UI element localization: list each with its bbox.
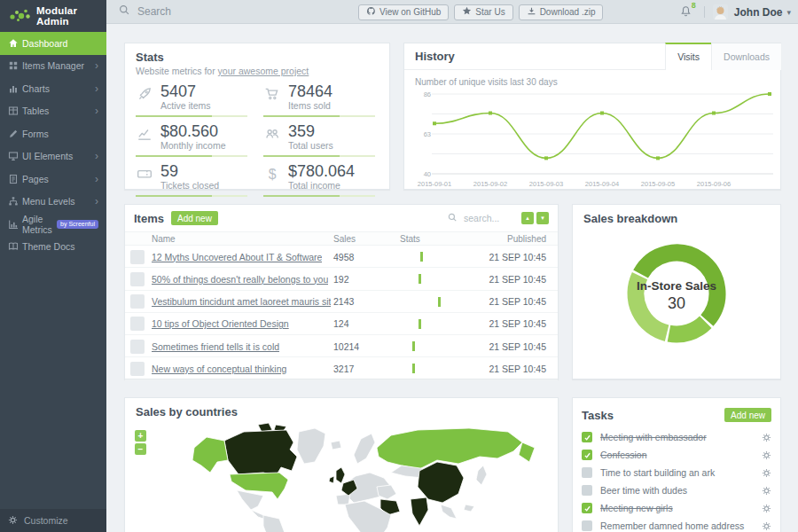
table-row: 10 tips of Object Oriented Design 124 21… [125, 313, 558, 335]
app-logo[interactable]: Modular Admin [0, 0, 106, 32]
task-checkbox[interactable] [582, 520, 592, 531]
page-icon [8, 174, 22, 184]
items-search-input[interactable] [462, 212, 519, 224]
sidebar-item-menu-levels[interactable]: Menu Levels › [0, 191, 106, 214]
task-checkbox[interactable] [582, 467, 592, 478]
stat-active-items: 5407 Active items [136, 82, 251, 117]
donut-segment-value: 30 [599, 293, 754, 313]
stat-underline [136, 155, 247, 157]
sidebar-item-dashboard[interactable]: Dashboard [0, 32, 106, 55]
task-settings-button[interactable] [762, 433, 771, 442]
item-name-link[interactable]: Sometimes friend tells it is cold [152, 341, 279, 352]
sidebar-item-pages[interactable]: Pages › [0, 168, 106, 191]
item-sales: 3217 [333, 364, 354, 374]
task-checkbox[interactable] [582, 485, 592, 496]
sidebar-item-items-manager[interactable]: Items Manager › [0, 55, 106, 78]
chevron-down-icon[interactable]: ▾ [786, 8, 791, 17]
sidebar-nav: Dashboard Items Manager › Charts › Table… [0, 32, 106, 258]
history-title: History [415, 50, 455, 63]
logo-dots-icon [8, 5, 31, 27]
subtitle-text: Website metrics for [136, 66, 218, 76]
map-container: + − [125, 423, 558, 532]
item-sales: 192 [333, 274, 349, 285]
download-icon [527, 6, 536, 18]
item-name-link[interactable]: New ways of conceptual thinking [152, 364, 286, 374]
sidebar-item-charts[interactable]: Charts › [0, 77, 106, 100]
task-checkbox[interactable] [582, 450, 592, 460]
task-settings-button[interactable] [762, 450, 771, 460]
stat-value: $780.064 [288, 163, 379, 180]
table-row: Vestibulum tincidunt amet laoreet mauris… [125, 291, 558, 313]
search-icon [448, 210, 458, 226]
task-settings-button[interactable] [762, 504, 771, 513]
download-zip-button[interactable]: Download .zip [519, 4, 604, 20]
panel-history: History Visits Downloads Number of uniqu… [403, 43, 781, 190]
topbar-buttons: View on GitHub Star Us Download .zip [358, 4, 603, 20]
github-icon [366, 6, 376, 18]
tab-visits[interactable]: Visits [665, 43, 711, 70]
star-us-button[interactable]: Star Us [454, 4, 512, 20]
item-stats-bar [419, 319, 421, 329]
task-row: Time to start building an ark [573, 464, 780, 481]
items-title: Items [134, 212, 164, 225]
svg-text:2015-09-03: 2015-09-03 [529, 180, 563, 188]
zoom-in-button[interactable]: + [135, 430, 146, 442]
world-map[interactable] [125, 423, 558, 532]
item-sales: 10214 [333, 341, 359, 352]
dashboard-app: Modular Admin Dashboard Items Manager › … [0, 0, 798, 532]
project-link[interactable]: your awesome project [218, 66, 309, 76]
item-published: 21 SEP 10:45 [489, 318, 546, 329]
stat-label: Items sold [288, 100, 379, 112]
sidebar-item-label: Charts [22, 83, 50, 94]
star-icon [462, 6, 472, 18]
task-settings-button[interactable] [762, 468, 771, 478]
item-name-link[interactable]: Vestibulum tincidunt amet laoreet mauris… [152, 296, 331, 307]
sidebar-item-theme-docs[interactable]: Theme Docs [0, 236, 106, 259]
search-input[interactable] [136, 4, 242, 19]
sort-up-button[interactable]: ▲ [521, 212, 534, 224]
sidebar-item-label: Pages [22, 174, 49, 184]
task-label: Beer time with dudes [600, 485, 687, 496]
sidebar-item-customize[interactable]: Customize [0, 509, 106, 532]
book-icon [8, 241, 22, 252]
sidebar-item-tables[interactable]: Tables › [0, 100, 106, 123]
button-label: View on GitHub [379, 7, 441, 17]
sidebar-item-agile-metrics[interactable]: Agile Metrics by Screenful [0, 213, 106, 236]
pencil-icon [8, 129, 22, 139]
item-published: 21 SEP 10:45 [489, 296, 546, 307]
sitemap-icon [8, 196, 22, 207]
gear-icon [762, 486, 771, 496]
add-task-button[interactable]: Add new [724, 408, 771, 422]
notifications-button[interactable]: 8 [680, 4, 696, 20]
tab-downloads[interactable]: Downloads [711, 43, 781, 70]
item-stats-bar [420, 252, 423, 262]
task-checkbox[interactable] [582, 503, 592, 513]
add-item-button[interactable]: Add new [171, 211, 218, 225]
sidebar-item-forms[interactable]: Forms [0, 122, 106, 145]
sort-down-button[interactable]: ▼ [536, 212, 549, 224]
user-menu[interactable]: John Doe [734, 6, 783, 19]
item-thumbnail [130, 362, 145, 376]
task-settings-button[interactable] [762, 521, 771, 531]
sidebar: Modular Admin Dashboard Items Manager › … [0, 0, 106, 532]
stat-monthly-income: $80.560 Monthly income [136, 121, 251, 157]
sidebar-item-label: Menu Levels [22, 196, 75, 207]
item-name-link[interactable]: 50% of things doesn't really belongs to … [152, 274, 328, 285]
avatar[interactable] [713, 4, 728, 20]
task-checkbox[interactable] [582, 432, 592, 442]
column-published: Published [507, 234, 546, 244]
task-list: Meeting with embassador Confession [573, 428, 780, 532]
sidebar-item-ui-elements[interactable]: UI Elements › [0, 145, 106, 168]
view-on-github-button[interactable]: View on GitHub [358, 4, 449, 20]
item-thumbnail [130, 294, 145, 309]
task-settings-button[interactable] [762, 486, 771, 496]
item-name-link[interactable]: 10 tips of Object Oriented Design [152, 318, 289, 329]
stat-label: Total users [288, 140, 379, 152]
bar-chart-icon [8, 83, 22, 94]
gear-icon [762, 521, 771, 531]
table-row: New ways of conceptual thinking 3217 21 … [125, 357, 558, 379]
stat-value: $80.560 [160, 123, 251, 140]
sidebar-item-label: Dashboard [22, 38, 67, 49]
item-name-link[interactable]: 12 Myths Uncovered About IT & Software [152, 252, 322, 262]
zoom-out-button[interactable]: − [135, 443, 146, 455]
